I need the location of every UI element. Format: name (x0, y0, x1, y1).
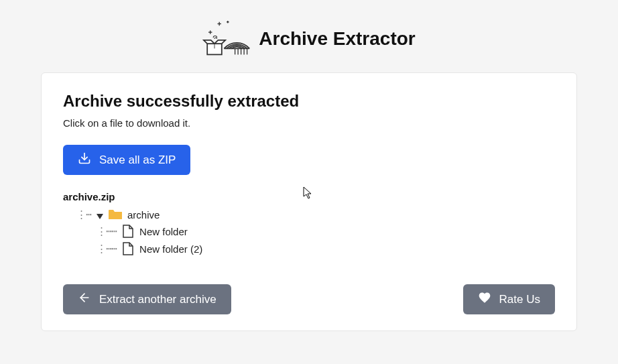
tree-root-label[interactable]: archive.zip (63, 191, 555, 202)
file-icon (122, 225, 134, 238)
save-all-zip-button[interactable]: Save all as ZIP (63, 145, 190, 175)
tree-item-label: New folder (139, 226, 188, 237)
app-header: Archive Extractor (27, 13, 591, 59)
tree-connector-icon: ⋮⋯ (76, 208, 91, 221)
extract-another-label: Extract another archive (99, 293, 217, 306)
tree-folder-item[interactable]: ⋮⋯ archive (63, 206, 555, 223)
file-tree: archive.zip ⋮⋯ archive ⋮⋯⋯ (63, 191, 555, 257)
save-all-zip-label: Save all as ZIP (99, 154, 176, 167)
result-card: Archive successfully extracted Click on … (41, 72, 577, 331)
app-title: Archive Extractor (259, 28, 415, 50)
tree-file-item[interactable]: ⋮⋯⋯ New folder (2) (63, 240, 555, 257)
rate-us-label: Rate Us (499, 293, 540, 306)
tree-item-label: archive (127, 209, 160, 221)
folder-icon (109, 209, 122, 220)
file-icon (122, 242, 134, 255)
tree-file-item[interactable]: ⋮⋯⋯ New folder (63, 223, 555, 240)
tree-connector-icon: ⋮⋯⋯ (97, 243, 117, 255)
extract-another-button[interactable]: Extract another archive (63, 284, 231, 314)
app-logo-icon (202, 19, 251, 59)
footer-actions: Extract another archive Rate Us (63, 284, 555, 314)
result-subtitle: Click on a file to download it. (63, 117, 555, 129)
download-icon (78, 151, 91, 168)
result-title: Archive successfully extracted (63, 92, 555, 111)
tree-collapse-icon[interactable] (97, 211, 103, 218)
arrow-left-icon (78, 291, 91, 308)
tree-connector-icon: ⋮⋯⋯ (97, 225, 117, 237)
rate-us-button[interactable]: Rate Us (463, 284, 555, 314)
tree-item-label: New folder (2) (139, 243, 202, 255)
heart-icon (478, 291, 491, 308)
svg-marker-14 (97, 214, 103, 219)
